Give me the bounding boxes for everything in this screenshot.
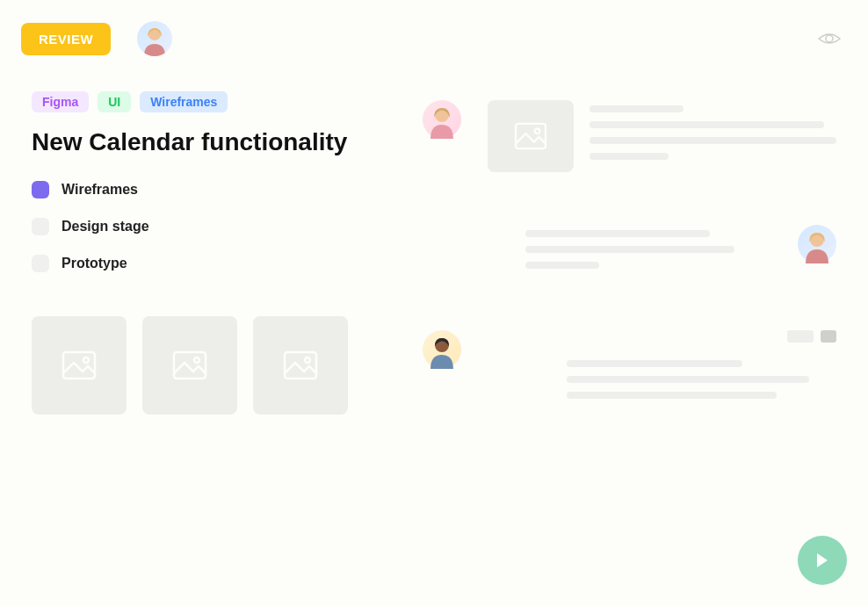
- text-line: [590, 121, 824, 128]
- meta-pill: [787, 330, 814, 343]
- tag-list: Figma UI Wireframes: [32, 91, 370, 112]
- feed-content: [488, 100, 836, 172]
- svg-point-5: [194, 357, 199, 363]
- text-line: [525, 262, 599, 269]
- thumbnail[interactable]: [142, 316, 237, 415]
- text-line: [525, 246, 734, 253]
- avatar[interactable]: [423, 100, 461, 139]
- tag-ui[interactable]: UI: [98, 91, 131, 112]
- svg-point-3: [83, 357, 89, 363]
- text-line: [590, 137, 836, 144]
- stage-list: Wireframes Design stage Prototype: [32, 181, 370, 272]
- svg-point-10: [535, 129, 540, 134]
- svg-point-1: [826, 35, 833, 42]
- left-column: Figma UI Wireframes New Calendar functio…: [32, 91, 370, 460]
- image-placeholder-icon: [283, 350, 318, 380]
- feed-image-placeholder[interactable]: [488, 100, 574, 172]
- activity-feed: [423, 91, 836, 460]
- svg-rect-6: [285, 352, 316, 379]
- tag-wireframes[interactable]: Wireframes: [140, 91, 228, 112]
- svg-point-7: [305, 357, 310, 363]
- text-line: [567, 360, 742, 367]
- feed-item: [423, 100, 836, 172]
- stage-prototype[interactable]: Prototype: [32, 255, 370, 272]
- meta-pill: [821, 330, 836, 343]
- feed-text-placeholder: [590, 100, 836, 169]
- stage-marker: [32, 218, 49, 235]
- svg-rect-2: [63, 352, 95, 379]
- thumbnail-row: [32, 316, 370, 415]
- image-placeholder-icon: [172, 350, 207, 380]
- feed-content: [488, 330, 836, 408]
- feed-text-placeholder: [525, 225, 771, 269]
- thumbnail[interactable]: [32, 316, 127, 415]
- thumbnail[interactable]: [253, 316, 348, 415]
- image-placeholder-icon: [514, 122, 547, 150]
- text-line: [590, 105, 684, 112]
- stage-design[interactable]: Design stage: [32, 218, 370, 235]
- play-fab-button[interactable]: [798, 536, 847, 585]
- page-title: New Calendar functionality: [32, 128, 370, 156]
- stage-marker-active: [32, 181, 49, 198]
- review-badge: REVIEW: [21, 23, 111, 55]
- svg-rect-4: [174, 352, 206, 379]
- svg-rect-9: [516, 124, 546, 148]
- stage-label: Design stage: [61, 219, 149, 234]
- person-avatar-icon: [137, 21, 172, 56]
- text-line: [567, 392, 777, 399]
- stage-label: Wireframes: [61, 182, 138, 198]
- top-bar: REVIEW: [0, 0, 868, 74]
- feed-item: [423, 330, 836, 408]
- person-avatar-icon: [423, 330, 461, 369]
- feed-item: [423, 225, 836, 278]
- feed-content: [525, 225, 771, 278]
- text-line: [567, 376, 809, 383]
- tag-figma[interactable]: Figma: [32, 91, 89, 112]
- avatar[interactable]: [798, 225, 836, 263]
- stage-wireframes[interactable]: Wireframes: [32, 181, 370, 198]
- feed-meta: [488, 330, 836, 343]
- stage-label: Prototype: [61, 256, 127, 271]
- image-placeholder-icon: [61, 350, 97, 380]
- visibility-icon[interactable]: [817, 30, 842, 51]
- main-content: Figma UI Wireframes New Calendar functio…: [0, 74, 868, 478]
- person-avatar-icon: [423, 100, 461, 139]
- avatar[interactable]: [423, 330, 461, 369]
- text-line: [590, 153, 669, 160]
- play-icon: [815, 552, 829, 568]
- feed-text-placeholder: [488, 355, 836, 399]
- text-line: [525, 230, 710, 237]
- person-avatar-icon: [798, 225, 836, 263]
- stage-marker: [32, 255, 49, 272]
- avatar-header[interactable]: [137, 21, 172, 56]
